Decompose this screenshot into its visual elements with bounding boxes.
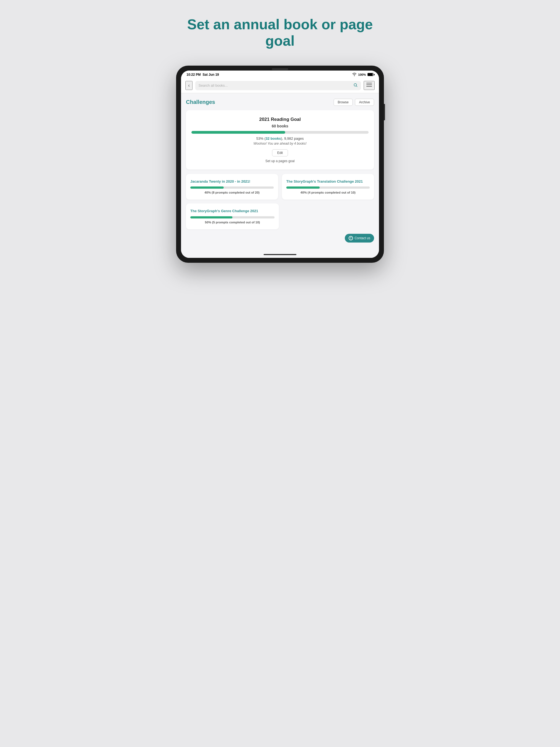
challenge-progress-fill-2 [190, 216, 232, 218]
challenge-card-0: Jacaranda Twenty in 2020 - in 2021! 40% … [186, 174, 278, 200]
tablet-device: 10:22 PM Sat Jun 19 100% ‹ [176, 66, 384, 263]
page-headline: Set an annual book or page goal [184, 17, 376, 49]
challenge-card-2: The StoryGraph's Genre Challenge 2021 50… [186, 203, 279, 229]
home-indicator [181, 250, 379, 258]
challenge-stats-0: 40% (8 prompts completed out of 20) [190, 191, 274, 194]
back-button[interactable]: ‹ [185, 81, 193, 90]
home-bar [263, 254, 297, 255]
setup-pages-link[interactable]: Set up a pages goal [192, 159, 368, 163]
challenge-stats-2: 50% (5 prompts completed out of 10) [190, 221, 275, 224]
challenge-title-0: Jacaranda Twenty in 2020 - in 2021! [190, 179, 274, 184]
tablet-screen: 10:22 PM Sat Jun 19 100% ‹ [181, 71, 379, 258]
battery-label: 100% [358, 73, 366, 76]
browse-button[interactable]: Browse [334, 99, 353, 106]
challenge-progress-fill-1 [286, 186, 320, 189]
challenge-progress-bar-0 [190, 186, 274, 189]
goal-encouragement: Woohoo! You are ahead by 4 books! [192, 141, 368, 146]
goal-progress-bar [192, 131, 368, 134]
contact-us-button[interactable]: ? Contact us [345, 234, 374, 242]
challenges-header: Challenges Browse Archive [186, 99, 374, 106]
status-right: 100% [352, 73, 374, 77]
hamburger-button[interactable] [364, 81, 375, 90]
edit-goal-button[interactable]: Edit [272, 149, 288, 156]
goal-books-count: 60 books [192, 124, 368, 128]
goal-progress-fill [192, 131, 285, 134]
challenge-cards-grid: Jacaranda Twenty in 2020 - in 2021! 40% … [186, 174, 374, 200]
nav-bar: ‹ Search all books... [181, 78, 379, 93]
archive-button[interactable]: Archive [355, 99, 374, 106]
challenges-title: Challenges [186, 99, 215, 105]
challenge-stats-1: 40% (4 prompts completed out of 10) [286, 191, 370, 194]
contact-icon: ? [349, 236, 353, 240]
challenge-title-1: The StoryGraph's Translation Challenge 2… [286, 179, 370, 184]
status-bar: 10:22 PM Sat Jun 19 100% [181, 71, 379, 78]
reading-goal-title: 2021 Reading Goal [192, 117, 368, 122]
goal-stats: 53% (32 books), 9,982 pages [192, 136, 368, 140]
status-time: 10:22 PM Sat Jun 19 [186, 73, 219, 77]
challenge-card-1: The StoryGraph's Translation Challenge 2… [282, 174, 374, 200]
wifi-icon [352, 73, 357, 77]
search-placeholder: Search all books... [199, 83, 351, 87]
battery-icon [367, 73, 374, 76]
challenge-progress-bar-2 [190, 216, 275, 218]
app-content: Challenges Browse Archive 2021 Reading G… [181, 93, 379, 251]
svg-line-1 [356, 86, 357, 87]
challenge-progress-bar-1 [286, 186, 370, 189]
header-action-buttons: Browse Archive [334, 99, 374, 106]
search-icon[interactable] [353, 83, 358, 88]
contact-us-label: Contact us [355, 236, 370, 240]
search-bar[interactable]: Search all books... [195, 81, 361, 90]
reading-goal-card: 2021 Reading Goal 60 books 53% (32 books… [186, 110, 374, 170]
stats-books-link[interactable]: 32 books [265, 136, 281, 140]
challenge-progress-fill-0 [190, 186, 224, 189]
challenge-title-2: The StoryGraph's Genre Challenge 2021 [190, 209, 275, 213]
